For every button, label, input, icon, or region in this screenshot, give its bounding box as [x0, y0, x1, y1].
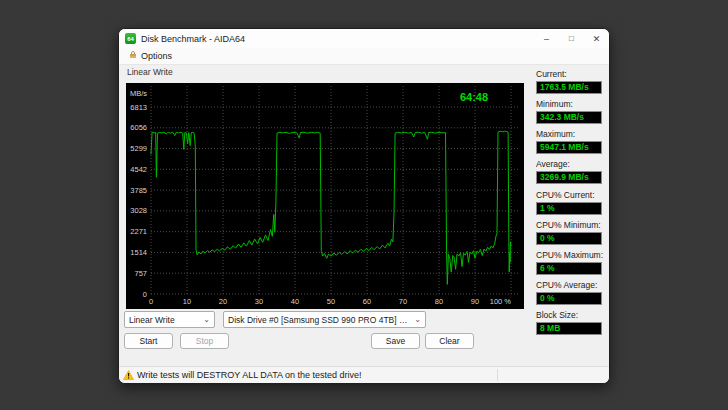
svg-text:0: 0 [149, 297, 153, 306]
stat-cpu-minimum-value: 0 % [536, 232, 602, 245]
options-icon [128, 50, 138, 62]
chevron-down-icon: ⌄ [199, 315, 210, 324]
stat-block-size: Block Size: 8 MB [536, 310, 606, 335]
stat-cpu-current: CPU% Current: 1 % [536, 190, 606, 215]
svg-text:MB/s: MB/s [130, 89, 147, 98]
svg-text:3028: 3028 [130, 206, 147, 215]
stat-cpu-average: CPU% Average: 0 % [536, 280, 606, 305]
window-title: Disk Benchmark - AIDA64 [141, 34, 245, 44]
stat-block-size-value: 8 MB [536, 322, 602, 335]
stat-cpu-average-label: CPU% Average: [536, 280, 606, 290]
test-type-select[interactable]: Linear Write ⌄ [124, 311, 215, 328]
benchmark-chart: 0102030405060708090100 %0757151422713028… [126, 83, 524, 309]
stat-cpu-current-value: 1 % [536, 202, 602, 215]
stat-cpu-minimum-label: CPU% Minimum: [536, 220, 606, 230]
stat-maximum: Maximum: 5947.1 MB/s [536, 129, 606, 154]
options-menu[interactable]: Options [123, 49, 177, 63]
stats-panel: Current: 1763.5 MB/s Minimum: 342.3 MB/s… [536, 69, 606, 340]
stat-current-label: Current: [536, 69, 606, 79]
status-bar: Write tests will DESTROY ALL DATA on the… [119, 366, 609, 383]
linear-write-chart-svg: 0102030405060708090100 %0757151422713028… [126, 83, 524, 309]
client-area: Linear Write 0102030405060708090100 %075… [119, 65, 609, 366]
stat-minimum-value: 342.3 MB/s [536, 111, 602, 124]
svg-text:40: 40 [291, 297, 299, 306]
stat-maximum-label: Maximum: [536, 129, 606, 139]
svg-text:30: 30 [255, 297, 263, 306]
stat-cpu-maximum: CPU% Maximum: 6 % [536, 250, 606, 275]
warning-text: Write tests will DESTROY ALL DATA on the… [137, 370, 362, 380]
svg-text:1514: 1514 [130, 248, 147, 257]
test-type-value: Linear Write [129, 315, 175, 325]
stat-cpu-current-label: CPU% Current: [536, 190, 606, 200]
svg-text:3785: 3785 [130, 186, 147, 195]
svg-text:2271: 2271 [130, 227, 147, 236]
svg-text:757: 757 [134, 269, 147, 278]
svg-text:64:48: 64:48 [460, 91, 488, 103]
stat-current: Current: 1763.5 MB/s [536, 69, 606, 94]
save-button[interactable]: Save [371, 333, 420, 349]
start-button[interactable]: Start [124, 333, 173, 349]
svg-text:10: 10 [183, 297, 191, 306]
aida64-app-icon: 64 [125, 33, 136, 44]
stat-minimum: Minimum: 342.3 MB/s [536, 99, 606, 124]
stat-average-label: Average: [536, 159, 606, 169]
statusbar-divider [497, 369, 498, 381]
stat-block-size-label: Block Size: [536, 310, 606, 320]
stat-cpu-maximum-value: 6 % [536, 262, 602, 275]
svg-text:50: 50 [327, 297, 335, 306]
minimize-button[interactable]: – [534, 29, 559, 48]
stat-cpu-average-value: 0 % [536, 292, 602, 305]
disk-drive-value: Disk Drive #0 [Samsung SSD 990 PRO 4TB] … [228, 315, 410, 325]
svg-text:100 %: 100 % [490, 297, 512, 306]
svg-text:6813: 6813 [130, 103, 147, 112]
svg-text:90: 90 [471, 297, 479, 306]
svg-text:60: 60 [363, 297, 371, 306]
stat-cpu-minimum: CPU% Minimum: 0 % [536, 220, 606, 245]
stat-current-value: 1763.5 MB/s [536, 81, 602, 94]
warning-icon [123, 366, 134, 384]
svg-text:0: 0 [143, 290, 147, 299]
title-bar: 64 Disk Benchmark - AIDA64 – □ ✕ [119, 29, 609, 48]
svg-text:6056: 6056 [130, 123, 147, 132]
svg-text:20: 20 [219, 297, 227, 306]
svg-text:5299: 5299 [130, 144, 147, 153]
tab-linear-write[interactable]: Linear Write [127, 67, 173, 77]
clear-button[interactable]: Clear [425, 333, 474, 349]
menu-bar: Options [119, 48, 609, 65]
chevron-down-icon: ⌄ [410, 315, 421, 324]
stop-button[interactable]: Stop [180, 333, 229, 349]
stat-cpu-maximum-label: CPU% Maximum: [536, 250, 606, 260]
stat-average: Average: 3269.9 MB/s [536, 159, 606, 184]
svg-text:80: 80 [435, 297, 443, 306]
close-button[interactable]: ✕ [584, 29, 609, 48]
svg-text:70: 70 [399, 297, 407, 306]
stat-average-value: 3269.9 MB/s [536, 171, 602, 184]
stat-minimum-label: Minimum: [536, 99, 606, 109]
svg-text:4542: 4542 [130, 165, 147, 174]
disk-benchmark-window: 64 Disk Benchmark - AIDA64 – □ ✕ Options… [118, 28, 610, 384]
options-label: Options [141, 51, 172, 61]
maximize-button[interactable]: □ [559, 29, 584, 48]
disk-drive-select[interactable]: Disk Drive #0 [Samsung SSD 990 PRO 4TB] … [223, 311, 426, 328]
stat-maximum-value: 5947.1 MB/s [536, 141, 602, 154]
